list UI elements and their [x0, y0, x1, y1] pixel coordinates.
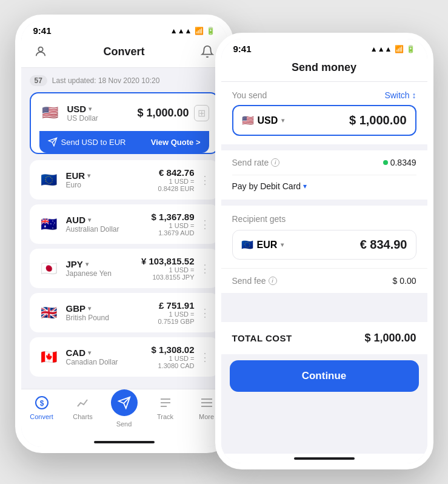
convert-tab-icon: $: [33, 394, 50, 411]
jpy-amount: ¥ 103,815.52: [141, 256, 195, 266]
more-tab-label: More: [199, 413, 214, 420]
jpy-rate: 1 USD =103.8155 JPY: [141, 266, 195, 281]
aud-code: AUD ▾: [66, 215, 119, 225]
tab-charts[interactable]: Charts: [68, 394, 98, 428]
recipient-gets-section: Recipient gets 🇪🇺 EUR ▾ € 834.90: [221, 206, 427, 268]
you-send-label: You send Switch ↕: [232, 90, 416, 100]
calculator-icon[interactable]: ⊞: [194, 105, 209, 121]
usd-code[interactable]: USD ▾: [67, 104, 98, 114]
eur-more-icon[interactable]: ⋮: [199, 173, 210, 187]
recipient-gets-label: Recipient gets: [232, 214, 416, 224]
usd-name: US Dollar: [67, 114, 98, 123]
eur-dropdown-arrow: ▾: [281, 241, 284, 248]
switch-button[interactable]: Switch ↕: [384, 90, 416, 100]
nav-header-convert: Convert: [21, 38, 227, 68]
send-tab-label: Send: [116, 420, 132, 428]
eur-flag-send: 🇪🇺: [241, 239, 253, 250]
nav-header-send: Send money: [221, 56, 427, 82]
home-indicator-2: [221, 454, 427, 463]
jpy-flag: 🇯🇵: [38, 258, 60, 280]
aud-rate: 1 USD =1.3679 AUD: [152, 222, 195, 237]
aud-more-icon[interactable]: ⋮: [199, 218, 210, 231]
phone-convert: 9:41 ▲▲▲ 📶 🔋 Convert: [15, 15, 233, 453]
list-item[interactable]: 🇦🇺 AUD ▾ Australian Dollar $ 1,367.89 1 …: [30, 204, 219, 244]
usd-flag: 🇺🇸: [39, 102, 61, 124]
list-item[interactable]: 🇬🇧 GBP ▾ British Pound £ 751.91 1 USD =0…: [30, 293, 219, 332]
eur-name: Euro: [66, 181, 91, 189]
page-title-send: Send money: [292, 61, 356, 74]
send-bar-label: Send USD to EUR: [61, 138, 126, 147]
send-fee-row: Send fee i $ 0.00: [221, 268, 427, 293]
send-bar[interactable]: Send USD to EUR View Quote >: [39, 131, 209, 153]
status-icons-2: ▲▲▲ 📶 🔋: [370, 45, 415, 53]
usd-amount: $ 1,000.00: [137, 107, 189, 119]
tab-bar: $ Convert Charts: [21, 389, 227, 437]
gbp-code: GBP ▾: [66, 303, 109, 314]
send-rate-row: Send rate i 0.8349: [221, 150, 427, 175]
gbp-more-icon[interactable]: ⋮: [199, 306, 210, 320]
home-indicator-1: [21, 437, 227, 447]
profile-icon[interactable]: [32, 43, 49, 60]
page-title-convert: Convert: [103, 45, 144, 58]
cad-more-icon[interactable]: ⋮: [199, 351, 210, 364]
you-send-amount[interactable]: $ 1,000.00: [349, 113, 407, 127]
send-rate-value: 0.8349: [383, 158, 416, 167]
list-item[interactable]: 🇨🇦 CAD ▾ Canadian Dollar $ 1,308.02 1 US…: [30, 337, 219, 377]
list-item[interactable]: 🇯🇵 JPY ▾ Japanese Yen ¥ 103,815.52 1 USD…: [30, 249, 219, 288]
primary-currency-card[interactable]: 🇺🇸 USD ▾ US Dollar $ 1,000.00: [30, 92, 219, 154]
you-send-section: You send Switch ↕ 🇺🇸 USD ▾ $ 1,000.00: [221, 82, 427, 144]
gbp-amount: £ 751.91: [158, 300, 195, 311]
usd-currency-select[interactable]: 🇺🇸 USD ▾: [242, 115, 285, 126]
send-fee-info-icon[interactable]: i: [269, 277, 277, 285]
list-item[interactable]: 🇪🇺 EUR ▾ Euro € 842.76 1 USD =0.8428 EUR: [30, 160, 219, 200]
usd-code-send: USD: [258, 115, 278, 126]
gbp-rate: 1 USD =0.7519 GBP: [158, 311, 195, 325]
currency-list: 🇪🇺 EUR ▾ Euro € 842.76 1 USD =0.8428 EUR: [30, 160, 219, 377]
jpy-more-icon[interactable]: ⋮: [199, 262, 210, 275]
jpy-name: Japanese Yen: [66, 269, 112, 278]
bell-icon[interactable]: [199, 43, 216, 60]
send-tab-icon: [111, 389, 138, 416]
pay-method-chevron: ▾: [303, 182, 307, 190]
usd-flag-send: 🇺🇸: [242, 115, 254, 126]
status-icons-1: ▲▲▲ 📶 🔋: [170, 27, 215, 35]
recipient-gets-amount: € 834.90: [360, 238, 407, 252]
rate-dot: [383, 160, 388, 165]
status-time-2: 9:41: [233, 44, 252, 54]
eur-code: EUR ▾: [66, 170, 91, 181]
tab-track[interactable]: Track: [150, 394, 181, 428]
convert-tab-label: Convert: [30, 413, 53, 420]
battery-icon-2: 🔋: [406, 45, 415, 53]
view-quote-link[interactable]: View Quote >: [151, 138, 201, 147]
recipient-input-row: 🇪🇺 EUR ▾ € 834.90: [232, 230, 416, 260]
track-tab-icon: [157, 394, 174, 411]
last-updated-bar: 57 Last updated: 18 Nov 2020 10:20: [30, 75, 219, 86]
wifi-icon: 📶: [195, 27, 204, 35]
total-cost-section: TOTAL COST $ 1,000.00: [221, 322, 427, 354]
svg-text:$: $: [39, 399, 44, 408]
pay-method-row[interactable]: Pay by Debit Card ▾: [221, 175, 427, 200]
status-bar-1: 9:41 ▲▲▲ 📶 🔋: [21, 21, 227, 38]
charts-tab-icon: [75, 394, 92, 411]
pay-method-text: Pay by Debit Card: [232, 181, 301, 191]
cad-amount: $ 1,308.02: [152, 345, 195, 355]
update-badge: 57: [30, 75, 47, 86]
wifi-icon-2: 📶: [395, 45, 404, 53]
aud-flag: 🇦🇺: [38, 213, 60, 235]
track-tab-label: Track: [157, 413, 173, 420]
tab-send[interactable]: Send: [109, 394, 139, 428]
tab-convert[interactable]: $ Convert: [27, 394, 57, 428]
you-send-input-row[interactable]: 🇺🇸 USD ▾ $ 1,000.00: [232, 105, 416, 136]
aud-amount: $ 1,367.89: [152, 212, 195, 222]
eur-currency-select[interactable]: 🇪🇺 EUR ▾: [241, 239, 284, 250]
send-rate-info-icon[interactable]: i: [271, 158, 279, 167]
total-cost-label: TOTAL COST: [232, 333, 292, 343]
status-bar-2: 9:41 ▲▲▲ 📶 🔋: [221, 39, 427, 56]
send-fee-label: Send fee i: [232, 276, 277, 286]
continue-button[interactable]: Continue: [230, 360, 419, 392]
send-fee-value: $ 0.00: [393, 276, 416, 286]
eur-code-send: EUR: [257, 240, 278, 250]
signal-icon-2: ▲▲▲: [370, 45, 392, 53]
update-text: Last updated: 18 Nov 2020 10:20: [52, 76, 159, 85]
send-money-content: You send Switch ↕ 🇺🇸 USD ▾ $ 1,000.00: [221, 82, 427, 454]
